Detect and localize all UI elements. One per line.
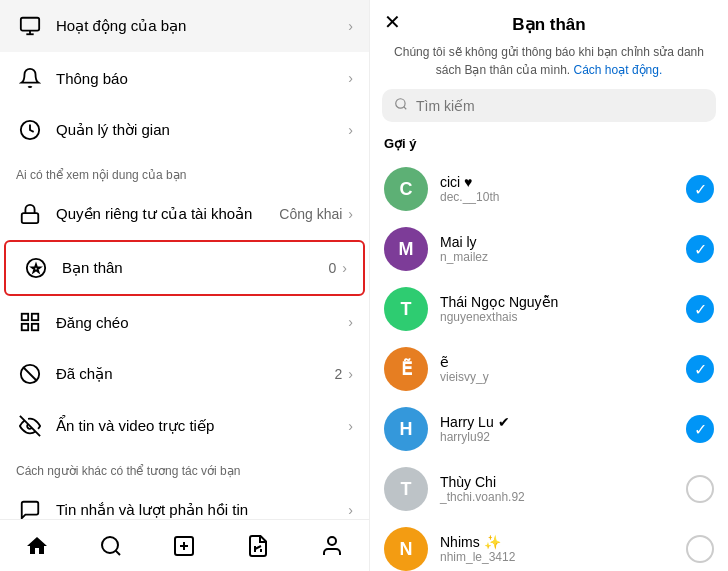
menu-item-an-tin[interactable]: Ẩn tin và video trực tiếp › [0,400,369,452]
svg-marker-6 [32,264,40,272]
svg-rect-9 [22,324,28,330]
arrow-icon: › [342,260,347,276]
message-icon [16,496,44,519]
avatar-3: T [384,287,428,331]
svg-point-15 [102,537,118,553]
check-button-1[interactable]: ✓ [686,175,714,203]
menu-item-badge: 0 [329,260,337,276]
star-icon [22,254,50,282]
svg-point-24 [396,99,405,108]
nav-add[interactable] [162,524,206,568]
bottom-nav [0,519,369,571]
menu-item-label: Tin nhắn và lượt phản hồi tin [56,501,348,519]
friend-item-6[interactable]: T Thùy Chi _thchi.voanh.92 [370,459,728,519]
menu-item-badge: Công khai [279,206,342,222]
hide-icon [16,412,44,440]
right-panel-title: Bạn thân [512,14,585,35]
arrow-icon: › [348,366,353,382]
friend-info-2: Mai ly n_mailez [440,234,686,264]
friend-name-3: Thái Ngọc Nguyễn [440,294,686,310]
check-button-7[interactable] [686,535,714,563]
friend-handle-6: _thchi.voanh.92 [440,490,686,504]
friend-handle-5: harrylu92 [440,430,686,444]
menu-item-label: Bạn thân [62,259,329,277]
avatar-6: T [384,467,428,511]
check-button-2[interactable]: ✓ [686,235,714,263]
how-it-works-link[interactable]: Cách hoạt động. [574,63,663,77]
friend-name-4: ẽ [440,354,686,370]
block-icon [16,360,44,388]
friend-info-3: Thái Ngọc Nguyễn nguyenexthais [440,294,686,324]
clock-icon [16,116,44,144]
menu-item-ban-than[interactable]: Bạn thân 0 › [6,242,363,294]
avatar-1: C [384,167,428,211]
menu-list: Hoạt động của bạn › Thông báo › Quản lý … [0,0,369,519]
menu-item-label: Thông báo [56,70,348,87]
friend-item-2[interactable]: M Mai ly n_mailez ✓ [370,219,728,279]
check-button-6[interactable] [686,475,714,503]
svg-line-25 [404,107,407,110]
menu-item-dang-cheo[interactable]: Đăng chéo › [0,296,369,348]
check-button-3[interactable]: ✓ [686,295,714,323]
menu-item-label: Đã chặn [56,365,335,383]
menu-item-badge: 2 [335,366,343,382]
close-button[interactable]: ✕ [384,10,401,34]
menu-item-tin-nhan[interactable]: Tin nhắn và lượt phản hồi tin › [0,484,369,519]
check-button-4[interactable]: ✓ [686,355,714,383]
menu-item-hoat-dong[interactable]: Hoạt động của bạn › [0,0,369,52]
search-input[interactable] [416,98,704,114]
svg-rect-7 [22,314,28,320]
friend-name-2: Mai ly [440,234,686,250]
friend-handle-4: vieisvy_y [440,370,686,384]
left-panel: Hoạt động của bạn › Thông báo › Quản lý … [0,0,370,571]
friend-item-7[interactable]: N Nhims ✨ nhim_le_3412 [370,519,728,571]
arrow-icon: › [348,122,353,138]
check-button-5[interactable]: ✓ [686,415,714,443]
svg-rect-4 [22,213,39,223]
friend-info-6: Thùy Chi _thchi.voanh.92 [440,474,686,504]
search-bar [382,89,716,122]
arrow-icon: › [348,314,353,330]
avatar-7: N [384,527,428,571]
friend-name-6: Thùy Chi [440,474,686,490]
arrow-icon: › [348,206,353,222]
friend-handle-2: n_mailez [440,250,686,264]
grid-icon [16,308,44,336]
arrow-icon: › [348,18,353,34]
svg-line-12 [24,368,37,381]
nav-search[interactable] [89,524,133,568]
section-label-1: Ai có thể xem nội dung của bạn [0,156,369,188]
friend-name-5: Harry Lu ✔ [440,414,686,430]
search-icon [394,97,408,114]
friend-handle-3: nguyenexthais [440,310,686,324]
menu-item-thong-bao[interactable]: Thông báo › [0,52,369,104]
nav-reels[interactable] [236,524,280,568]
svg-point-23 [328,537,336,545]
activity-icon [16,12,44,40]
svg-rect-10 [32,324,38,330]
menu-item-quyen-rieng-tu[interactable]: Quyền riêng tư của tài khoản Công khai › [0,188,369,240]
svg-line-16 [115,550,119,554]
section-label-2: Cách người khác có thể tương tác với bạn [0,452,369,484]
right-panel: ✕ Bạn thân Chúng tôi sẽ không gửi thông … [370,0,728,571]
friend-item-1[interactable]: C cici ♥ dec.__10th ✓ [370,159,728,219]
arrow-icon: › [348,70,353,86]
friend-info-4: ẽ vieisvy_y [440,354,686,384]
nav-home[interactable] [15,524,59,568]
friend-item-5[interactable]: H Harry Lu ✔ harrylu92 ✓ [370,399,728,459]
menu-item-quan-ly[interactable]: Quản lý thời gian › [0,104,369,156]
menu-item-label: Hoạt động của bạn [56,17,348,35]
bell-icon [16,64,44,92]
friend-item-3[interactable]: T Thái Ngọc Nguyễn nguyenexthais ✓ [370,279,728,339]
avatar-5: H [384,407,428,451]
lock-icon [16,200,44,228]
menu-item-label: Ẩn tin và video trực tiếp [56,417,348,435]
arrow-icon: › [348,502,353,518]
friend-item-4[interactable]: Ẽ ẽ vieisvy_y ✓ [370,339,728,399]
menu-item-da-chan[interactable]: Đã chặn 2 › [0,348,369,400]
friend-name-1: cici ♥ [440,174,686,190]
friend-handle-7: nhim_le_3412 [440,550,686,564]
nav-profile[interactable] [310,524,354,568]
arrow-icon: › [348,418,353,434]
friend-info-7: Nhims ✨ nhim_le_3412 [440,534,686,564]
